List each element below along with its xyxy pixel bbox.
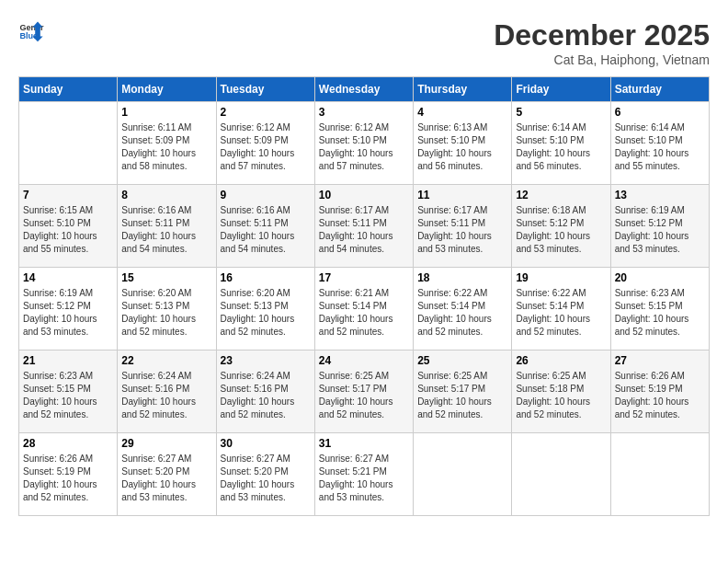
calendar-day-cell: 6Sunrise: 6:14 AMSunset: 5:10 PMDaylight… <box>610 102 709 185</box>
day-number: 31 <box>319 437 409 450</box>
location: Cat Ba, Haiphong, Vietnam <box>494 52 710 67</box>
calendar-day-cell: 4Sunrise: 6:13 AMSunset: 5:10 PMDaylight… <box>414 102 512 185</box>
month-title: December 2025 <box>494 18 710 52</box>
svg-text:Blue: Blue <box>19 31 38 40</box>
calendar-week-row: 14Sunrise: 6:19 AMSunset: 5:12 PMDayligh… <box>19 268 710 350</box>
calendar-day-cell: 22Sunrise: 6:24 AMSunset: 5:16 PMDayligh… <box>118 350 216 433</box>
calendar-day-cell: 11Sunrise: 6:17 AMSunset: 5:11 PMDayligh… <box>414 185 512 268</box>
calendar-day-cell: 17Sunrise: 6:21 AMSunset: 5:14 PMDayligh… <box>314 268 413 350</box>
day-number: 12 <box>516 189 606 201</box>
day-info: Sunrise: 6:27 AMSunset: 5:20 PMDaylight:… <box>121 453 211 504</box>
day-number: 18 <box>417 271 507 284</box>
calendar-week-row: 1Sunrise: 6:11 AMSunset: 5:09 PMDaylight… <box>19 102 710 185</box>
day-number: 28 <box>23 437 113 450</box>
day-info: Sunrise: 6:17 AMSunset: 5:11 PMDaylight:… <box>417 204 507 256</box>
calendar-day-cell: 21Sunrise: 6:23 AMSunset: 5:15 PMDayligh… <box>19 350 118 433</box>
calendar-day-cell: 9Sunrise: 6:16 AMSunset: 5:11 PMDaylight… <box>216 185 314 268</box>
calendar-day-cell: 8Sunrise: 6:16 AMSunset: 5:11 PMDaylight… <box>118 185 216 268</box>
day-number: 19 <box>516 271 606 284</box>
calendar-day-cell <box>19 102 118 185</box>
calendar-day-cell: 27Sunrise: 6:26 AMSunset: 5:19 PMDayligh… <box>610 350 709 433</box>
calendar-day-cell: 25Sunrise: 6:25 AMSunset: 5:17 PMDayligh… <box>414 350 512 433</box>
day-info: Sunrise: 6:24 AMSunset: 5:16 PMDaylight:… <box>221 370 311 421</box>
calendar-day-cell: 2Sunrise: 6:12 AMSunset: 5:09 PMDaylight… <box>216 102 314 185</box>
day-info: Sunrise: 6:12 AMSunset: 5:09 PMDaylight:… <box>221 121 311 173</box>
calendar-week-row: 7Sunrise: 6:15 AMSunset: 5:10 PMDaylight… <box>19 185 710 268</box>
day-info: Sunrise: 6:16 AMSunset: 5:11 PMDaylight:… <box>121 204 211 256</box>
day-info: Sunrise: 6:27 AMSunset: 5:20 PMDaylight:… <box>221 453 311 504</box>
weekday-header-cell: Friday <box>512 77 610 102</box>
day-info: Sunrise: 6:22 AMSunset: 5:14 PMDaylight:… <box>417 287 507 339</box>
day-info: Sunrise: 6:25 AMSunset: 5:17 PMDaylight:… <box>319 370 409 421</box>
day-number: 16 <box>221 271 311 284</box>
day-info: Sunrise: 6:12 AMSunset: 5:10 PMDaylight:… <box>319 121 409 173</box>
day-number: 20 <box>615 271 705 284</box>
calendar-day-cell: 13Sunrise: 6:19 AMSunset: 5:12 PMDayligh… <box>610 185 709 268</box>
day-info: Sunrise: 6:19 AMSunset: 5:12 PMDaylight:… <box>23 287 113 339</box>
day-number: 23 <box>221 354 311 367</box>
day-info: Sunrise: 6:14 AMSunset: 5:10 PMDaylight:… <box>516 121 606 173</box>
day-number: 25 <box>417 354 507 367</box>
weekday-header-cell: Tuesday <box>216 77 314 102</box>
day-info: Sunrise: 6:15 AMSunset: 5:10 PMDaylight:… <box>23 204 113 256</box>
day-info: Sunrise: 6:26 AMSunset: 5:19 PMDaylight:… <box>23 453 113 504</box>
day-number: 13 <box>615 189 705 201</box>
day-number: 1 <box>121 106 211 119</box>
calendar-day-cell: 7Sunrise: 6:15 AMSunset: 5:10 PMDaylight… <box>19 185 118 268</box>
day-number: 10 <box>319 189 409 201</box>
day-info: Sunrise: 6:23 AMSunset: 5:15 PMDaylight:… <box>23 370 113 421</box>
page-header: General Blue December 2025 Cat Ba, Haiph… <box>18 18 710 67</box>
logo-icon: General Blue <box>18 18 44 44</box>
weekday-header-row: SundayMondayTuesdayWednesdayThursdayFrid… <box>19 77 710 102</box>
day-number: 4 <box>417 106 507 119</box>
day-number: 15 <box>121 271 211 284</box>
day-info: Sunrise: 6:16 AMSunset: 5:11 PMDaylight:… <box>221 204 311 256</box>
day-number: 21 <box>23 354 113 367</box>
day-info: Sunrise: 6:22 AMSunset: 5:14 PMDaylight:… <box>516 287 606 339</box>
calendar-week-row: 28Sunrise: 6:26 AMSunset: 5:19 PMDayligh… <box>19 433 710 516</box>
calendar-day-cell: 26Sunrise: 6:25 AMSunset: 5:18 PMDayligh… <box>512 350 610 433</box>
day-info: Sunrise: 6:21 AMSunset: 5:14 PMDaylight:… <box>319 287 409 339</box>
day-number: 8 <box>121 189 211 201</box>
day-number: 3 <box>319 106 409 119</box>
day-number: 11 <box>417 189 507 201</box>
calendar-day-cell: 16Sunrise: 6:20 AMSunset: 5:13 PMDayligh… <box>216 268 314 350</box>
calendar-day-cell: 20Sunrise: 6:23 AMSunset: 5:15 PMDayligh… <box>610 268 709 350</box>
weekday-header-cell: Monday <box>118 77 216 102</box>
day-number: 22 <box>121 354 211 367</box>
day-info: Sunrise: 6:14 AMSunset: 5:10 PMDaylight:… <box>615 121 705 173</box>
weekday-header-cell: Sunday <box>19 77 118 102</box>
weekday-header-cell: Wednesday <box>314 77 413 102</box>
day-info: Sunrise: 6:25 AMSunset: 5:17 PMDaylight:… <box>417 370 507 421</box>
day-info: Sunrise: 6:27 AMSunset: 5:21 PMDaylight:… <box>319 453 409 504</box>
calendar-day-cell: 15Sunrise: 6:20 AMSunset: 5:13 PMDayligh… <box>118 268 216 350</box>
day-info: Sunrise: 6:25 AMSunset: 5:18 PMDaylight:… <box>516 370 606 421</box>
calendar-week-row: 21Sunrise: 6:23 AMSunset: 5:15 PMDayligh… <box>19 350 710 433</box>
logo: General Blue <box>18 18 44 44</box>
calendar-day-cell: 1Sunrise: 6:11 AMSunset: 5:09 PMDaylight… <box>118 102 216 185</box>
calendar-day-cell: 28Sunrise: 6:26 AMSunset: 5:19 PMDayligh… <box>19 433 118 516</box>
day-info: Sunrise: 6:20 AMSunset: 5:13 PMDaylight:… <box>221 287 311 339</box>
day-number: 26 <box>516 354 606 367</box>
calendar-day-cell <box>414 433 512 516</box>
calendar-day-cell: 18Sunrise: 6:22 AMSunset: 5:14 PMDayligh… <box>414 268 512 350</box>
calendar-day-cell: 24Sunrise: 6:25 AMSunset: 5:17 PMDayligh… <box>314 350 413 433</box>
day-number: 24 <box>319 354 409 367</box>
calendar-day-cell: 29Sunrise: 6:27 AMSunset: 5:20 PMDayligh… <box>118 433 216 516</box>
day-info: Sunrise: 6:19 AMSunset: 5:12 PMDaylight:… <box>615 204 705 256</box>
day-info: Sunrise: 6:23 AMSunset: 5:15 PMDaylight:… <box>615 287 705 339</box>
title-block: December 2025 Cat Ba, Haiphong, Vietnam <box>494 18 710 67</box>
day-number: 9 <box>221 189 311 201</box>
day-info: Sunrise: 6:24 AMSunset: 5:16 PMDaylight:… <box>121 370 211 421</box>
weekday-header-cell: Thursday <box>414 77 512 102</box>
day-info: Sunrise: 6:26 AMSunset: 5:19 PMDaylight:… <box>615 370 705 421</box>
day-number: 30 <box>221 437 311 450</box>
day-info: Sunrise: 6:17 AMSunset: 5:11 PMDaylight:… <box>319 204 409 256</box>
calendar-day-cell: 5Sunrise: 6:14 AMSunset: 5:10 PMDaylight… <box>512 102 610 185</box>
calendar-day-cell: 3Sunrise: 6:12 AMSunset: 5:10 PMDaylight… <box>314 102 413 185</box>
calendar-day-cell <box>512 433 610 516</box>
calendar-day-cell: 23Sunrise: 6:24 AMSunset: 5:16 PMDayligh… <box>216 350 314 433</box>
day-info: Sunrise: 6:18 AMSunset: 5:12 PMDaylight:… <box>516 204 606 256</box>
calendar-day-cell: 14Sunrise: 6:19 AMSunset: 5:12 PMDayligh… <box>19 268 118 350</box>
calendar-day-cell: 19Sunrise: 6:22 AMSunset: 5:14 PMDayligh… <box>512 268 610 350</box>
